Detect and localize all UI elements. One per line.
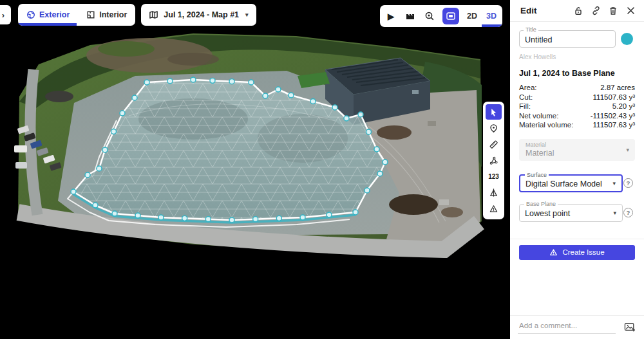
surface-help-button[interactable]: ? <box>623 178 633 188</box>
minimap-toggle-icon <box>446 12 455 20</box>
close-icon <box>627 6 635 15</box>
metric-cut: Cut: 111507.63 y³ <box>519 93 635 102</box>
material-select: Material Material ▾ <box>519 139 635 161</box>
polygon-area-icon <box>489 156 498 165</box>
metric-fill: Fill: 5.20 y³ <box>519 102 635 111</box>
map-date-selector[interactable]: Jul 1, 2024 - Map #1 ▾ <box>141 4 256 26</box>
tab-interior[interactable]: Interior <box>78 4 135 26</box>
section-divider <box>510 239 644 239</box>
base-plane-help-button[interactable]: ? <box>623 208 633 217</box>
author-name: Alex Howells <box>519 53 635 60</box>
panel-title: Edit <box>520 6 537 15</box>
view-mode-2d[interactable]: 2D <box>462 5 482 27</box>
exterior-interior-tabs: Exterior Interior <box>18 4 135 26</box>
title-input[interactable] <box>519 30 616 48</box>
map-topbar: › Exterior Interior <box>0 0 510 30</box>
select-tool-button[interactable] <box>486 104 502 120</box>
count-tool-label: 123 <box>488 173 499 180</box>
edit-panel-header: Edit <box>510 0 644 21</box>
tab-exterior-label: Exterior <box>39 10 70 19</box>
view-3d-label: 3D <box>486 12 497 21</box>
distance-tool-button[interactable] <box>486 136 502 152</box>
location-pin-icon <box>489 124 498 133</box>
count-tool-button[interactable]: 123 <box>486 169 502 184</box>
tab-exterior[interactable]: Exterior <box>18 4 78 26</box>
metric-material-volume: Material volume: 111507.63 y³ <box>519 120 635 130</box>
chevron-right-icon: › <box>2 10 5 20</box>
create-issue-button[interactable]: Create Issue <box>519 245 635 260</box>
metric-net-volume: Net volume: -111502.43 y³ <box>519 111 635 121</box>
caret-down-icon: ▾ <box>613 210 616 216</box>
location-tool-button[interactable] <box>486 120 502 136</box>
lock-button[interactable] <box>573 6 583 16</box>
title-field-label: Title <box>524 26 538 33</box>
edit-panel: Edit <box>510 0 644 339</box>
zoom-location-button[interactable] <box>420 5 439 27</box>
add-image-icon <box>624 322 636 333</box>
comment-input[interactable] <box>518 322 616 334</box>
base-plane-select[interactable]: Base Plane Lowest point ▾ <box>519 204 623 222</box>
caret-down-icon: ▾ <box>612 180 616 187</box>
attach-image-button[interactable] <box>623 321 636 334</box>
copy-link-button[interactable] <box>591 6 601 16</box>
globe-icon <box>26 10 35 19</box>
surface-select[interactable]: Surface Digital Surface Model ▾ <box>519 174 623 192</box>
close-panel-button[interactable] <box>625 6 636 16</box>
map-3d-viewport[interactable]: › Exterior Interior <box>0 0 510 339</box>
map-date-label: Jul 1, 2024 - Map #1 <box>164 10 239 19</box>
active-tab-underline <box>18 23 77 26</box>
area-tool-button[interactable] <box>486 152 502 168</box>
issue-warning-icon <box>489 204 498 214</box>
issue-warning-icon <box>549 248 558 256</box>
title-field-wrap: Title <box>519 30 616 48</box>
active-view-underline <box>482 24 502 27</box>
link-icon <box>591 6 601 15</box>
expand-sidebar-button[interactable]: › <box>0 5 11 24</box>
view-toolbar: ▶ <box>380 5 502 27</box>
ruler-icon <box>489 140 498 149</box>
view-2d-label: 2D <box>467 12 477 21</box>
video-icon <box>405 12 415 21</box>
play-flythrough-button[interactable]: ▶ <box>381 5 401 27</box>
help-icon: ? <box>627 209 630 216</box>
measurement-heading: Jul 1, 2024 to Base Plane <box>519 69 635 78</box>
cursor-icon <box>489 107 498 117</box>
create-issue-label: Create Issue <box>562 248 604 256</box>
help-icon: ? <box>627 179 630 187</box>
tab-interior-label: Interior <box>99 10 127 19</box>
video-button[interactable] <box>401 5 420 27</box>
annotation-color-swatch[interactable] <box>621 33 633 45</box>
view-mode-3d[interactable]: 3D <box>482 5 501 27</box>
metric-area: Area: 2.87 acres <box>519 83 635 93</box>
caret-down-icon: ▾ <box>626 147 629 153</box>
play-icon: ▶ <box>388 12 394 21</box>
minimap-toggle-button[interactable] <box>442 8 459 24</box>
caret-down-icon: ▾ <box>245 12 249 18</box>
volume-tool-button[interactable] <box>486 185 502 200</box>
trash-icon <box>609 6 618 15</box>
photogrammetry-scene <box>0 0 510 339</box>
comment-bar <box>510 315 644 339</box>
floorplan-icon <box>86 10 95 19</box>
map-icon <box>149 10 158 19</box>
unlock-icon <box>574 6 583 15</box>
measurement-metrics: Area: 2.87 acres Cut: 111507.63 y³ Fill:… <box>519 83 635 130</box>
volume-tool-icon <box>489 188 498 197</box>
annotation-tool-rail: 123 <box>483 102 504 219</box>
delete-button[interactable] <box>608 6 618 16</box>
app-window: › Exterior Interior <box>0 0 644 339</box>
issue-tool-button[interactable] <box>486 201 502 216</box>
zoom-location-icon <box>424 11 435 21</box>
